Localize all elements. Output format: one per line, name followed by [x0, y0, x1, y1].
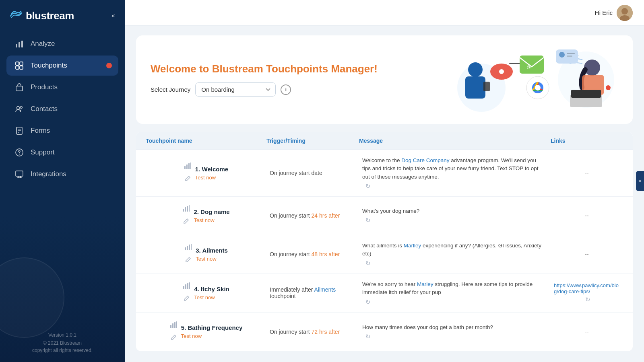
refresh-icon-3[interactable]: ↻ [365, 260, 371, 267]
test-now-3[interactable]: Test now [196, 256, 216, 262]
sidebar: blustream « Analyze [0, 0, 125, 362]
sidebar-item-integrations[interactable]: Integrations [6, 164, 118, 184]
row-name-container-4: 4. Itchy Skin Test now [194, 286, 229, 300]
svg-rect-16 [16, 171, 23, 176]
touchpoints-icon [14, 61, 24, 70]
table-row: 4. Itchy Skin Test now Immediately after… [136, 274, 633, 313]
table-header: Touchpoint name Trigger/Timing Message L… [136, 132, 633, 150]
copyright-label: © 2021 Blustreamcopyright all rights res… [10, 339, 115, 354]
td-name-2: 2. Dog name Test now [146, 197, 266, 235]
sidebar-item-contacts[interactable]: Contacts [6, 99, 118, 119]
links-value-5: -- [585, 329, 588, 335]
table-row: 3. Ailments Test now On journey start 48… [136, 235, 633, 274]
svg-point-8 [17, 107, 20, 109]
sidebar-item-products[interactable]: Products [6, 77, 118, 97]
td-trigger-3: On journey start 48 hrs after [266, 235, 359, 274]
svg-rect-56 [189, 245, 190, 250]
hero-banner: Welcome to Blustream Touchpoints Manager… [136, 35, 633, 124]
forms-icon [14, 126, 24, 135]
avatar [617, 5, 633, 21]
svg-rect-51 [185, 207, 186, 212]
logo: blustream [10, 9, 74, 23]
svg-rect-63 [172, 323, 173, 328]
msg-link-4[interactable]: Marley [417, 281, 433, 287]
icon-pair-2 [182, 205, 190, 226]
svg-rect-44 [567, 56, 572, 57]
svg-rect-50 [183, 209, 184, 212]
edit-icon[interactable] [183, 295, 190, 304]
edit-icon[interactable] [170, 334, 177, 343]
right-collapse-button[interactable]: » [636, 171, 644, 191]
svg-rect-46 [184, 166, 186, 169]
th-trigger: Trigger/Timing [266, 138, 359, 144]
analytics-icon[interactable] [182, 205, 190, 214]
svg-rect-4 [20, 62, 23, 65]
refresh-icon-5[interactable]: ↻ [365, 333, 371, 340]
edit-icon[interactable] [183, 218, 189, 226]
svg-rect-64 [174, 322, 175, 328]
td-message-4: We're so sorry to hear Marley struggling… [359, 274, 551, 312]
th-message: Message [359, 138, 551, 144]
hero-title: Welcome to Blustream Touchpoints Manager… [151, 63, 378, 75]
analytics-icon[interactable] [184, 243, 192, 253]
svg-point-42 [559, 52, 565, 58]
main-area: Hi Eric Welcome to Blustream Touchpoints… [125, 0, 644, 362]
td-trigger-4: Immediately after Ailments touchpoint [266, 274, 359, 312]
td-message-3: What ailments is Marlley experiencing if… [359, 235, 551, 274]
test-now-4[interactable]: Test now [194, 294, 215, 300]
contacts-icon [14, 105, 24, 113]
row-name-1: 1. Welcome [195, 166, 228, 173]
journey-select[interactable]: On boarding Retention Re-engagement [195, 82, 276, 97]
row-name-container-1: 1. Welcome Test now [195, 166, 228, 181]
td-links-3: -- [551, 235, 623, 274]
svg-rect-27 [483, 82, 490, 91]
table-container: Touchpoint name Trigger/Timing Message L… [136, 132, 633, 351]
analytics-icon[interactable] [183, 282, 190, 291]
sidebar-collapse-button[interactable]: « [111, 12, 115, 19]
svg-point-29 [499, 69, 504, 74]
links-value-2: -- [585, 212, 588, 219]
support-icon [14, 148, 24, 157]
content-area: Welcome to Blustream Touchpoints Manager… [125, 26, 644, 362]
svg-rect-0 [16, 44, 17, 47]
row-name-container-3: 3. Ailments Test now [196, 247, 227, 262]
table-row: 2. Dog name Test now On journey start 24… [136, 197, 633, 235]
td-name-5: 5. Bathing Frequency Test now [146, 313, 266, 351]
td-links-1: -- [551, 150, 623, 196]
test-now-2[interactable]: Test now [194, 217, 214, 223]
svg-point-9 [21, 107, 23, 109]
td-name-4: 4. Itchy Skin Test now [146, 274, 266, 312]
journey-label: Select Journey [151, 86, 190, 93]
td-name-3: 3. Ailments Test now [146, 235, 266, 274]
icon-pair-3 [184, 243, 192, 265]
analytics-icon[interactable] [170, 321, 177, 330]
msg-link-3[interactable]: Marlley [404, 243, 421, 249]
info-icon[interactable]: i [281, 84, 291, 95]
msg-link-1[interactable]: Dog Care Company [401, 157, 449, 163]
svg-rect-5 [16, 66, 19, 69]
icon-pair-5 [170, 321, 177, 343]
table-row: 1. Welcome Test now On journey start dat… [136, 150, 633, 197]
svg-point-25 [468, 62, 483, 77]
sidebar-item-analyze[interactable]: Analyze [6, 34, 118, 54]
test-now-1[interactable]: Test now [195, 175, 216, 181]
logo-icon [10, 9, 23, 23]
edit-icon[interactable] [184, 175, 191, 184]
svg-rect-40 [571, 90, 601, 98]
refresh-icon-1[interactable]: ↻ [365, 183, 371, 190]
refresh-icon-link-4[interactable]: ↻ [585, 296, 590, 303]
sidebar-item-label: Contacts [31, 105, 58, 113]
test-now-5[interactable]: Test now [181, 333, 202, 339]
refresh-icon-4[interactable]: ↻ [365, 298, 371, 306]
edit-icon[interactable] [185, 257, 191, 265]
links-url-4[interactable]: https://www.pawlicy.com/blog/dog-care-ti… [554, 282, 620, 294]
sidebar-item-forms[interactable]: Forms [6, 121, 118, 141]
refresh-icon-2[interactable]: ↻ [365, 217, 371, 224]
analytics-icon[interactable] [184, 162, 191, 171]
svg-rect-52 [187, 206, 188, 212]
th-name: Touchpoint name [146, 138, 266, 144]
sidebar-item-support[interactable]: Support [6, 142, 118, 162]
sidebar-item-touchpoints[interactable]: Touchpoints [6, 56, 118, 76]
svg-rect-59 [185, 284, 186, 289]
topbar: Hi Eric [125, 0, 644, 26]
